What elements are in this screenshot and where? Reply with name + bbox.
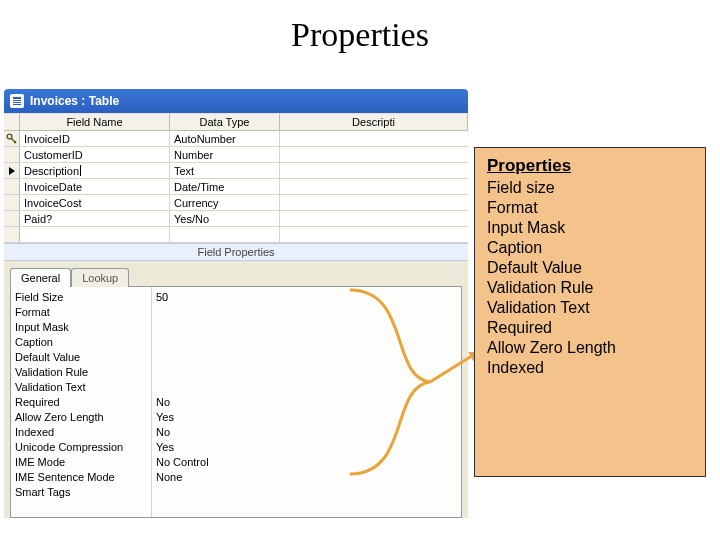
callout-item: Required [487, 318, 693, 338]
property-name[interactable]: Default Value [15, 350, 147, 365]
callout-item: Default Value [487, 258, 693, 278]
callout-item: Indexed [487, 358, 693, 378]
data-type-cell[interactable]: Date/Time [170, 179, 280, 194]
text-caret [80, 165, 81, 176]
description-cell[interactable] [280, 227, 468, 242]
field-name-cell[interactable]: Paid? [20, 211, 170, 226]
property-name[interactable]: Smart Tags [15, 485, 147, 500]
table-row[interactable]: CustomerIDNumber [4, 147, 468, 163]
property-name[interactable]: Unicode Compression [15, 440, 147, 455]
property-values-column: 50NoYesNoYesNo ControlNone [151, 287, 461, 517]
slide-title: Properties [0, 18, 720, 52]
callout-title: Properties [487, 156, 693, 176]
table-row[interactable]: DescriptionText [4, 163, 468, 179]
field-name-cell[interactable]: InvoiceDate [20, 179, 170, 194]
field-name-cell[interactable]: InvoiceID [20, 131, 170, 146]
table-row[interactable]: Paid?Yes/No [4, 211, 468, 227]
property-value[interactable] [156, 380, 457, 395]
callout-item: Validation Rule [487, 278, 693, 298]
callout-item: Format [487, 198, 693, 218]
svg-rect-3 [13, 102, 21, 103]
property-value[interactable] [156, 485, 457, 500]
table-row[interactable]: InvoiceCostCurrency [4, 195, 468, 211]
property-value[interactable] [156, 350, 457, 365]
property-value[interactable] [156, 320, 457, 335]
table-row[interactable]: InvoiceDateDate/Time [4, 179, 468, 195]
property-name[interactable]: Input Mask [15, 320, 147, 335]
property-name[interactable]: Field Size [15, 290, 147, 305]
field-name-cell[interactable] [20, 227, 170, 242]
header-type[interactable]: Data Type [170, 114, 280, 130]
row-selector[interactable] [4, 211, 20, 226]
properties-tabs-area: General Lookup Field SizeFormatInput Mas… [4, 261, 468, 518]
description-cell[interactable] [280, 179, 468, 194]
current-row-icon[interactable] [4, 163, 20, 178]
property-name[interactable]: Validation Rule [15, 365, 147, 380]
field-properties-bar: Field Properties [4, 243, 468, 261]
data-type-cell[interactable]: Number [170, 147, 280, 162]
description-cell[interactable] [280, 147, 468, 162]
header-description[interactable]: Descripti [280, 114, 468, 130]
tab-lookup[interactable]: Lookup [71, 268, 129, 287]
grid-headers: Field Name Data Type Descripti [4, 113, 468, 131]
property-name[interactable]: Indexed [15, 425, 147, 440]
table-row[interactable] [4, 227, 468, 243]
property-name[interactable]: Caption [15, 335, 147, 350]
row-selector[interactable] [4, 179, 20, 194]
data-type-cell[interactable]: Currency [170, 195, 280, 210]
property-value[interactable]: No [156, 395, 457, 410]
grid-body: InvoiceIDAutoNumberCustomerIDNumberDescr… [4, 131, 468, 243]
svg-rect-4 [13, 104, 21, 105]
callout-item: Allow Zero Length [487, 338, 693, 358]
property-name[interactable]: Allow Zero Length [15, 410, 147, 425]
data-type-cell[interactable]: Yes/No [170, 211, 280, 226]
row-selector[interactable] [4, 147, 20, 162]
field-name-cell[interactable]: CustomerID [20, 147, 170, 162]
svg-marker-6 [9, 167, 15, 175]
field-name-cell[interactable]: Description [20, 163, 170, 178]
callout-item: Validation Text [487, 298, 693, 318]
property-value[interactable]: Yes [156, 440, 457, 455]
callout-item: Field size [487, 178, 693, 198]
row-selector[interactable] [4, 227, 20, 242]
row-selector[interactable] [4, 195, 20, 210]
header-selector[interactable] [4, 114, 20, 130]
properties-panel: Field SizeFormatInput MaskCaptionDefault… [10, 286, 462, 518]
property-name[interactable]: IME Sentence Mode [15, 470, 147, 485]
property-value[interactable] [156, 365, 457, 380]
description-cell[interactable] [280, 163, 468, 178]
property-names-column: Field SizeFormatInput MaskCaptionDefault… [11, 287, 151, 517]
access-window: Invoices : Table Field Name Data Type De… [4, 89, 468, 519]
property-value[interactable]: No Control [156, 455, 457, 470]
property-name[interactable]: Format [15, 305, 147, 320]
property-name[interactable]: Required [15, 395, 147, 410]
window-title: Invoices : Table [30, 94, 119, 108]
header-name[interactable]: Field Name [20, 114, 170, 130]
table-icon [10, 94, 24, 108]
description-cell[interactable] [280, 195, 468, 210]
data-type-cell[interactable]: Text [170, 163, 280, 178]
svg-point-5 [7, 134, 12, 139]
table-row[interactable]: InvoiceIDAutoNumber [4, 131, 468, 147]
properties-tabs: General Lookup [10, 267, 462, 286]
description-cell[interactable] [280, 211, 468, 226]
callout-item: Caption [487, 238, 693, 258]
titlebar[interactable]: Invoices : Table [4, 89, 468, 113]
field-name-cell[interactable]: InvoiceCost [20, 195, 170, 210]
description-cell[interactable] [280, 131, 468, 146]
property-value[interactable]: None [156, 470, 457, 485]
tab-general[interactable]: General [10, 268, 71, 287]
property-value[interactable]: No [156, 425, 457, 440]
property-value[interactable] [156, 335, 457, 350]
data-type-cell[interactable] [170, 227, 280, 242]
callout-item: Input Mask [487, 218, 693, 238]
svg-rect-1 [13, 97, 21, 99]
property-name[interactable]: IME Mode [15, 455, 147, 470]
data-type-cell[interactable]: AutoNumber [170, 131, 280, 146]
property-value[interactable]: 50 [156, 290, 457, 305]
primary-key-icon[interactable] [4, 131, 20, 146]
callout-box: Properties Field sizeFormatInput MaskCap… [474, 147, 706, 477]
property-value[interactable]: Yes [156, 410, 457, 425]
property-value[interactable] [156, 305, 457, 320]
property-name[interactable]: Validation Text [15, 380, 147, 395]
